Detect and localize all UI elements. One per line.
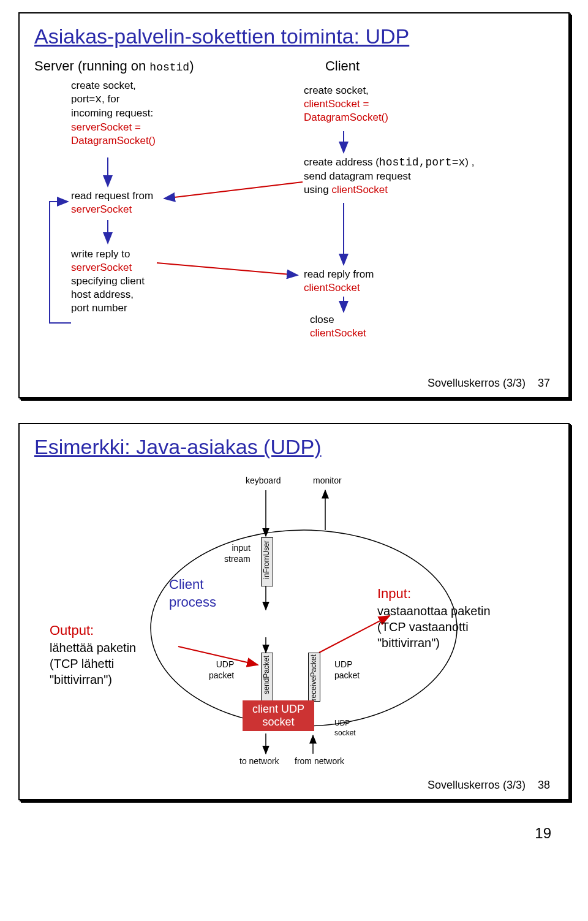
client-process-label: Client process [169, 576, 216, 611]
udp-socket-label: UDP socket [334, 719, 356, 738]
client-close: close clientSocket [310, 313, 366, 340]
headers-row: Server (running on hostid) Client [34, 58, 554, 74]
s2-l2: serverSocket [71, 203, 153, 216]
infromuser-label: inFromUser [262, 540, 271, 579]
server-heading: Server (running on hostid) [34, 58, 325, 74]
s1-l4b: DatagramSocket() [71, 135, 156, 146]
s1-l1: create socket, [71, 79, 156, 93]
server-heading-close: ) [189, 58, 194, 74]
c2-l3a: using [304, 184, 331, 195]
c2-l1: create address (hostid,port=x) , [304, 156, 474, 170]
s1-l3: incoming request: [71, 107, 156, 120]
sendpacket-rect: sendPacket [261, 653, 273, 702]
from-network-label: from network [295, 756, 344, 767]
c4-l2: clientSocket [310, 327, 366, 340]
sendpacket-label: sendPacket [262, 656, 271, 694]
c1-l2: clientSocket = DatagramSocket() [304, 97, 388, 124]
s2-l1: read request from [71, 189, 153, 203]
footer2-label: Sovelluskerros (3/3) [428, 779, 526, 791]
client-create-socket: create socket, clientSocket = DatagramSo… [304, 84, 388, 124]
s1-l2: port=x, for [71, 93, 156, 107]
monitor-label: monitor [313, 475, 342, 486]
s1-l2a: port= [71, 93, 95, 105]
slide2-diagram: keyboard monitor inFromUser input stream… [34, 469, 554, 775]
c2-l3b: clientSocket [331, 184, 388, 195]
page-number: 19 [12, 825, 551, 842]
input-stream-label: input stream [224, 542, 251, 564]
server-create-socket: create socket, port=x, for incoming requ… [71, 79, 156, 148]
c3-l1: read reply from [304, 268, 374, 281]
server-write-reply: write reply to serverSocket specifying c… [71, 248, 145, 315]
udp-packet-left: UDP packet [209, 659, 234, 681]
input-block: Input: vastaanottaa paketin (TCP vastaan… [377, 585, 491, 651]
slide1-footer: Sovelluskerros (3/3) 37 [34, 373, 554, 391]
input-body: vastaanottaa paketin (TCP vastaanotti "b… [377, 603, 491, 651]
client-heading: Client [325, 58, 554, 74]
input-heading: Input: [377, 585, 491, 603]
c2-l1c: ) , [465, 156, 474, 168]
receivepacket-rect: receivePacket [308, 653, 320, 702]
s3-l1: write reply to [71, 248, 145, 261]
c4-l1: close [310, 313, 366, 327]
client-read-reply: read reply from clientSocket [304, 268, 374, 295]
server-hostid: hostid [149, 61, 189, 74]
s1-l4: serverSocket = DatagramSocket() [71, 121, 156, 148]
keyboard-label: keyboard [246, 475, 281, 486]
slide1-title: Asiakas-palvelin-sokettien toiminta: UDP [34, 25, 554, 48]
output-body: lähettää paketin (TCP lähetti "bittivirr… [50, 640, 136, 688]
svg-line-5 [164, 182, 303, 199]
s3-l5: port number [71, 301, 145, 315]
server-read-request: read request from serverSocket [71, 189, 153, 216]
server-heading-text: Server (running on [34, 58, 149, 74]
udp-packet-right: UDP packet [334, 659, 360, 681]
footer-num: 37 [538, 377, 550, 389]
s1-l2c: , for [102, 93, 119, 105]
s3-l4: host address, [71, 288, 145, 301]
svg-line-6 [157, 263, 298, 275]
slide2-title: Esimerkki: Java-asiakas (UDP) [34, 435, 554, 459]
c1-l2a: clientSocket = [304, 98, 369, 110]
s3-l3: specifying client [71, 275, 145, 288]
client-create-address: create address (hostid,port=x) , send da… [304, 156, 474, 197]
slide2-footer: Sovelluskerros (3/3) 38 [34, 775, 554, 793]
s1-l2b: x [95, 93, 102, 105]
c2-l2: send datagram request [304, 170, 474, 183]
footer2-num: 38 [538, 779, 550, 791]
c2-l3: using clientSocket [304, 183, 474, 197]
slide1-diagram: create socket, port=x, for incoming requ… [34, 79, 554, 373]
to-network-label: to network [239, 756, 279, 767]
output-block: Output: lähettää paketin (TCP lähetti "b… [50, 622, 136, 688]
c2-l1b: hostid,port=x [379, 156, 465, 169]
s1-l4a: serverSocket = [71, 121, 141, 133]
c1-l1: create socket, [304, 84, 388, 97]
s3-l2: serverSocket [71, 261, 145, 275]
input-stream-rect: inFromUser [261, 537, 273, 586]
slide-2: Esimerkki: Java-asiakas (UDP) [18, 423, 570, 800]
footer-label: Sovelluskerros (3/3) [428, 377, 526, 389]
c2-l1a: create address ( [304, 156, 379, 168]
output-heading: Output: [50, 622, 136, 640]
c1-l2b: DatagramSocket() [304, 112, 388, 123]
client-udp-socket-box: client UDP socket [243, 700, 314, 731]
slide-1: Asiakas-palvelin-sokettien toiminta: UDP… [18, 12, 570, 398]
receivepacket-label: receivePacket [309, 654, 318, 700]
c3-l2: clientSocket [304, 281, 374, 295]
